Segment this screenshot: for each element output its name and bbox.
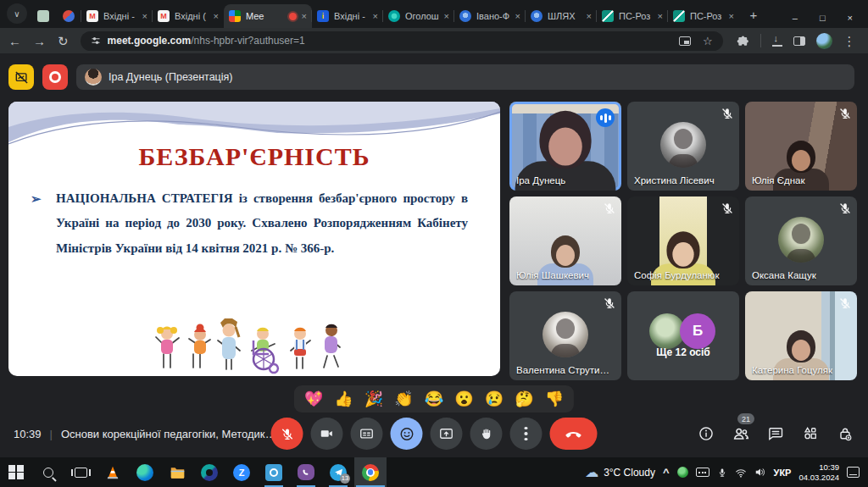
- participant-tile-shashkevych[interactable]: Юлія Шашкевич: [509, 196, 621, 285]
- reaction-thumbs-down[interactable]: 👎: [545, 391, 564, 407]
- reaction-sparkling-heart[interactable]: 💖: [304, 391, 323, 407]
- participant-tile-valentyna[interactable]: Валентина Струти…: [509, 291, 621, 380]
- tab-shliakh[interactable]: ШЛЯХ ×: [526, 4, 597, 28]
- tab-close-icon[interactable]: ×: [587, 11, 592, 21]
- forward-button[interactable]: →: [33, 35, 46, 47]
- weather-widget[interactable]: ☁ 3°C Cloudy: [585, 466, 655, 479]
- presenter-pill[interactable]: Іра Дунець (Презентація): [76, 64, 854, 90]
- reaction-joy[interactable]: 😂: [425, 391, 443, 407]
- tab-label: ПС-Роз: [619, 11, 653, 21]
- reaction-cry[interactable]: 😢: [485, 391, 504, 407]
- end-call-button[interactable]: [550, 418, 598, 450]
- network-icon[interactable]: [735, 468, 747, 478]
- reaction-astonished[interactable]: 😮: [454, 391, 473, 407]
- antivirus-tray-icon[interactable]: [677, 467, 688, 478]
- keyboard-language[interactable]: УКР: [774, 468, 792, 478]
- tab-close-icon[interactable]: ×: [214, 11, 219, 21]
- tab-gmail-2[interactable]: M Вхідні ( ×: [153, 4, 224, 28]
- tab-search-button[interactable]: ∨: [7, 3, 27, 24]
- browser-menu-icon[interactable]: ⋮: [843, 35, 856, 47]
- kebab-menu-icon: [525, 427, 528, 441]
- recording-button[interactable]: [42, 64, 68, 90]
- host-controls-button[interactable]: [836, 424, 854, 443]
- task-view-button[interactable]: [64, 457, 97, 487]
- participant-tile-overflow[interactable]: Б Ще 12 осіб: [627, 291, 739, 380]
- no-presentation-icon: [14, 70, 29, 85]
- camera-button[interactable]: [311, 418, 343, 450]
- downloads-icon[interactable]: [772, 36, 782, 47]
- pinned-tab-2[interactable]: [56, 4, 81, 28]
- minimize-button[interactable]: –: [793, 13, 798, 23]
- chat-panel-button[interactable]: [766, 424, 785, 443]
- participant-tile-yednak[interactable]: Юлія Єднак: [745, 102, 857, 191]
- participant-tile-kashchuk[interactable]: Оксана Кащук: [745, 196, 857, 285]
- people-panel-button[interactable]: 21: [732, 424, 750, 443]
- taskbar-viber[interactable]: [290, 457, 322, 487]
- action-center-icon[interactable]: [847, 467, 860, 478]
- tab-close-icon[interactable]: ×: [142, 11, 147, 21]
- tab-close-icon[interactable]: ×: [729, 11, 734, 21]
- tab-ps-roz-1[interactable]: ПС-Роз ×: [597, 4, 668, 28]
- participant-tile-burdulaniuk[interactable]: Софія Бурдуланюк: [627, 196, 739, 285]
- chart-favicon: [602, 10, 614, 22]
- reaction-thinking[interactable]: 🤔: [515, 391, 533, 407]
- close-window-button[interactable]: ×: [848, 13, 853, 23]
- tab-gmail-1[interactable]: M Вхідні - ×: [81, 4, 153, 28]
- tab-ivano[interactable]: Івано-Ф ×: [454, 4, 526, 28]
- meeting-info: 10:39 | Основи корекційної педагогіки, М…: [14, 428, 277, 440]
- tab-close-icon[interactable]: ×: [302, 11, 307, 21]
- extensions-icon[interactable]: [737, 35, 749, 47]
- participant-tile-khrystyna[interactable]: Христина Лісевич: [627, 102, 739, 191]
- tab-ps-roz-2[interactable]: ПС-Роз ×: [668, 4, 739, 28]
- side-panel-icon[interactable]: [793, 36, 805, 46]
- tab-close-icon[interactable]: ×: [444, 11, 449, 21]
- profile-avatar[interactable]: [816, 33, 832, 49]
- media-controls-icon[interactable]: [679, 36, 691, 46]
- volume-icon[interactable]: [754, 467, 766, 478]
- activities-button[interactable]: [801, 424, 820, 443]
- tab-close-icon[interactable]: ×: [373, 11, 378, 21]
- taskbar-telegram[interactable]: 13: [322, 457, 354, 487]
- more-options-button[interactable]: [510, 418, 542, 450]
- captions-button[interactable]: [351, 418, 383, 450]
- hide-presentation-button[interactable]: [8, 64, 34, 90]
- mic-tray-icon[interactable]: [717, 467, 727, 479]
- reaction-clap[interactable]: 👏: [394, 391, 413, 407]
- participant-tile-hotsuliak[interactable]: Катерина Гоцуляк: [745, 291, 857, 380]
- tab-close-icon[interactable]: ×: [515, 11, 520, 21]
- taskbar-vlc[interactable]: [97, 457, 129, 487]
- tray-expand-icon[interactable]: ^: [663, 466, 670, 479]
- mic-button-muted[interactable]: [271, 418, 303, 450]
- tab-inbox-iua[interactable]: i Вхідні - ×: [312, 4, 383, 28]
- participant-tile-ira[interactable]: Іра Дунець: [509, 102, 621, 191]
- tab-close-icon[interactable]: ×: [658, 11, 663, 21]
- site-settings-icon[interactable]: [91, 36, 101, 46]
- taskbar-z-app[interactable]: Z: [225, 457, 258, 487]
- taskbar-blue-app[interactable]: [258, 457, 290, 487]
- pinned-tab-1[interactable]: [31, 4, 56, 28]
- reaction-thumbs-up[interactable]: 👍: [334, 391, 353, 407]
- tab-meet-active[interactable]: Mee ×: [224, 4, 312, 28]
- shared-presentation[interactable]: БЕЗБАР'ЄРНІСТЬ ➢ НАЦІОНАЛЬНА СТРАТЕГІЯ і…: [8, 102, 500, 376]
- new-tab-button[interactable]: +: [743, 3, 765, 25]
- address-bar[interactable]: meet.google.com/nhs-hpbr-vir?authuser=1 …: [81, 31, 723, 51]
- reactions-button-active[interactable]: [391, 418, 423, 450]
- taskbar-file-explorer[interactable]: [161, 457, 193, 487]
- reaction-party-popper[interactable]: 🎉: [364, 391, 383, 407]
- taskbar-webex[interactable]: [193, 457, 225, 487]
- start-button[interactable]: [0, 457, 32, 487]
- present-button[interactable]: [431, 418, 463, 450]
- raise-hand-button[interactable]: [470, 418, 503, 450]
- meeting-details-button[interactable]: [697, 424, 715, 443]
- toolbar-divider: [760, 34, 761, 47]
- taskbar-clock[interactable]: 10:39 04.03.2024: [798, 462, 839, 483]
- maximize-button[interactable]: □: [820, 13, 826, 23]
- bookmark-star-icon[interactable]: ☆: [703, 36, 713, 47]
- tab-announcements[interactable]: Оголош ×: [383, 4, 454, 28]
- taskbar-chrome-active[interactable]: [354, 457, 387, 487]
- taskbar-search-button[interactable]: [32, 457, 64, 487]
- back-button[interactable]: ←: [8, 35, 21, 47]
- taskbar-edge[interactable]: [129, 457, 161, 487]
- reload-button[interactable]: ↻: [58, 35, 69, 47]
- touch-keyboard-icon[interactable]: [696, 468, 709, 477]
